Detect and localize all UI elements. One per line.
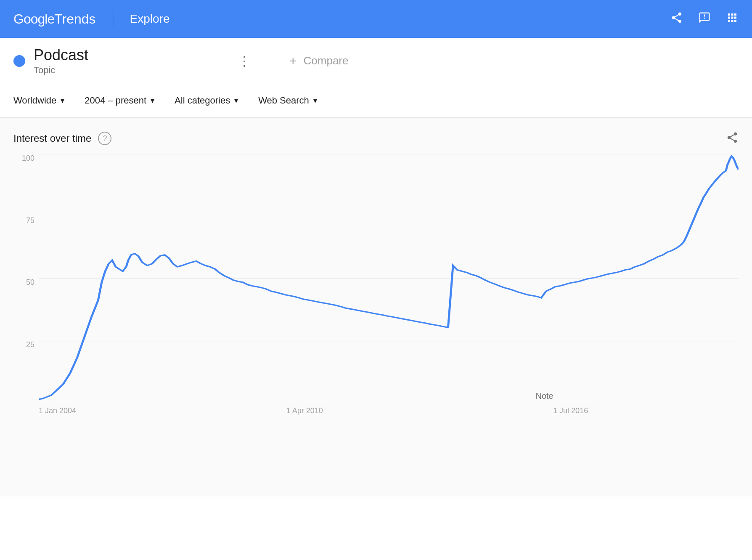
google-trends-logo: Google Trends bbox=[13, 11, 96, 27]
x-label-2004: 1 Jan 2004 bbox=[39, 406, 76, 415]
term-color-dot bbox=[13, 55, 25, 67]
more-options-button[interactable]: ⋮ bbox=[234, 50, 255, 72]
feedback-icon[interactable] bbox=[698, 11, 711, 27]
search-type-label: Web Search bbox=[258, 95, 309, 106]
region-filter[interactable]: Worldwide ▾ bbox=[13, 95, 64, 106]
time-dropdown-arrow: ▾ bbox=[151, 96, 154, 105]
search-term: Podcast bbox=[34, 46, 226, 64]
time-filter[interactable]: 2004 – present ▾ bbox=[85, 95, 154, 106]
header-actions bbox=[670, 11, 739, 27]
chart-share-button[interactable] bbox=[726, 131, 739, 146]
compare-panel[interactable]: + Compare bbox=[269, 38, 752, 84]
trend-chart: 100 75 50 25 Note 1 Jan bbox=[13, 154, 739, 423]
interest-header: Interest over time ? bbox=[13, 131, 739, 146]
search-term-block: Podcast Topic bbox=[34, 46, 226, 76]
y-label-100: 100 bbox=[13, 154, 34, 163]
share-icon[interactable] bbox=[670, 11, 683, 27]
search-type-filter[interactable]: Web Search ▾ bbox=[258, 95, 317, 106]
interest-over-time-section: Interest over time ? 100 75 50 25 bbox=[0, 118, 752, 496]
y-axis: 100 75 50 25 bbox=[13, 154, 34, 402]
header-divider bbox=[113, 10, 113, 28]
trend-line-svg bbox=[39, 154, 739, 402]
help-icon[interactable]: ? bbox=[98, 132, 111, 145]
x-label-2016: 1 Jul 2016 bbox=[553, 406, 588, 415]
region-dropdown-arrow: ▾ bbox=[61, 96, 64, 105]
y-label-75: 75 bbox=[13, 216, 34, 225]
google-wordmark: Google bbox=[13, 11, 54, 27]
chart-inner: Note bbox=[39, 154, 739, 402]
search-type-dropdown-arrow: ▾ bbox=[313, 96, 317, 105]
trends-wordmark: Trends bbox=[54, 11, 95, 27]
search-row: Podcast Topic ⋮ + Compare bbox=[0, 38, 752, 84]
page-title: Explore bbox=[130, 12, 660, 26]
compare-label: Compare bbox=[304, 54, 349, 67]
filter-row: Worldwide ▾ 2004 – present ▾ All categor… bbox=[0, 84, 752, 118]
category-dropdown-arrow: ▾ bbox=[234, 96, 238, 105]
app-header: Google Trends Explore bbox=[0, 0, 752, 38]
region-label: Worldwide bbox=[13, 95, 56, 106]
interest-title: Interest over time bbox=[13, 133, 91, 144]
search-type: Topic bbox=[34, 65, 226, 76]
category-label: All categories bbox=[175, 95, 230, 106]
x-axis: 1 Jan 2004 1 Apr 2010 1 Jul 2016 bbox=[39, 402, 739, 423]
x-label-2010: 1 Apr 2010 bbox=[286, 406, 323, 415]
y-label-50: 50 bbox=[13, 278, 34, 287]
category-filter[interactable]: All categories ▾ bbox=[175, 95, 238, 106]
search-left-panel: Podcast Topic ⋮ bbox=[0, 38, 269, 84]
apps-icon[interactable] bbox=[726, 11, 739, 27]
compare-plus-icon: + bbox=[289, 54, 297, 68]
time-label: 2004 – present bbox=[85, 95, 146, 106]
y-label-25: 25 bbox=[13, 340, 34, 349]
interest-title-group: Interest over time ? bbox=[13, 132, 111, 145]
